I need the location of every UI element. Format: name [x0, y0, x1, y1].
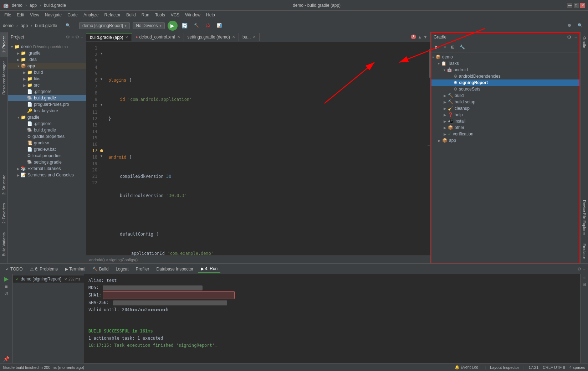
- tab-dcloud-control[interactable]: ● dcloud_control.xml ✕: [132, 33, 184, 41]
- bottom-tab-terminal[interactable]: ▶ Terminal: [62, 266, 88, 272]
- build-button[interactable]: 🔨: [191, 22, 201, 29]
- tab-close-icon[interactable]: ✕: [177, 35, 180, 39]
- run-task-close[interactable]: ✕: [64, 277, 67, 281]
- project-gear-icon[interactable]: ⚙: [75, 35, 79, 40]
- gradle-tree-install[interactable]: ▶ 📲 install: [431, 118, 580, 124]
- run-output[interactable]: Alias: test MD5: SHA1: SHA-256: Valid un…: [84, 274, 580, 363]
- error-nav-down[interactable]: ▼: [423, 35, 428, 40]
- tab-bu[interactable]: bu... ✕: [239, 33, 260, 41]
- close-button[interactable]: ✕: [580, 3, 585, 8]
- tab-build-gradle-app[interactable]: build.gradle (app) ✕: [86, 33, 132, 41]
- tree-root-demo[interactable]: ▾ 📁 demo D:\workspace\demo: [8, 43, 86, 50]
- tree-item-proguard[interactable]: ▶ 📄 proguard-rules.pro: [8, 101, 86, 108]
- run-config-dropdown[interactable]: demo [signingReport] ▾: [79, 22, 130, 29]
- gutter-fold-plugins[interactable]: ▾: [101, 51, 102, 58]
- tree-item-gradlew[interactable]: ▶ 📜 gradlew: [8, 140, 86, 146]
- menu-build[interactable]: Build: [123, 12, 139, 18]
- gradle-list-btn[interactable]: ≡: [442, 43, 448, 51]
- settings-btn[interactable]: ⚙: [565, 22, 574, 29]
- gradle-group-btn[interactable]: ⊞: [449, 43, 456, 51]
- tree-item-gradle-properties[interactable]: ▶ ⚙ gradle.properties: [8, 133, 86, 140]
- menu-refactor[interactable]: Refactor: [102, 12, 123, 18]
- run-right-btn-2[interactable]: ⊟: [583, 282, 586, 287]
- gutter-fold-defaultconfig[interactable]: ▾: [101, 103, 102, 109]
- gradle-tree-demo[interactable]: ▾ 📦 demo: [431, 54, 580, 60]
- sidebar-tab-resource-manager[interactable]: Resource Manager: [0, 57, 7, 99]
- tree-item-scratches[interactable]: ▶ 📝 Scratches and Consoles: [8, 172, 86, 178]
- sidebar-tab-favorites[interactable]: 2: Favorites: [0, 199, 7, 228]
- sidebar-tab-structure[interactable]: 2: Structure: [0, 170, 7, 199]
- tree-item-gradlew-bat[interactable]: ▶ 📄 gradlew.bat: [8, 146, 86, 153]
- tree-item-local-properties[interactable]: ▶ ⚙ local.properties: [8, 153, 86, 159]
- bottom-minimize-icon[interactable]: −: [583, 267, 585, 272]
- tree-item-app-buildgradle[interactable]: ▶ 🐘 build.gradle: [8, 95, 86, 101]
- code-editor[interactable]: plugins { id 'com.android.application' }…: [104, 42, 425, 256]
- gradle-tree-buildsetup[interactable]: ▶ 🔨 build setup: [431, 99, 580, 105]
- profile-btn[interactable]: 📊: [214, 22, 224, 29]
- menu-run[interactable]: Run: [139, 12, 152, 18]
- maximize-button[interactable]: □: [574, 3, 579, 8]
- bottom-tab-build[interactable]: 🔨 Build: [90, 266, 111, 272]
- tab-close-icon[interactable]: ✕: [253, 35, 256, 39]
- menu-window[interactable]: Window: [182, 12, 203, 18]
- gradle-tree-android[interactable]: ▾ 🤖 android: [431, 67, 580, 73]
- bottom-tab-run[interactable]: ▶ 4: Run: [198, 266, 221, 273]
- bottom-tab-logcat[interactable]: Logcat: [113, 266, 131, 272]
- tree-item-build[interactable]: ▶ 📁 build: [8, 69, 86, 76]
- run-stop-btn[interactable]: ■: [5, 284, 7, 289]
- menu-file[interactable]: File: [1, 12, 14, 18]
- menu-help[interactable]: Help: [203, 12, 218, 18]
- gradle-tree-other[interactable]: ▶ 📦 other: [431, 124, 580, 131]
- tree-item-app-gitignore[interactable]: ▶ 📄 .gitignore: [8, 88, 86, 95]
- gradle-tree-androiddep[interactable]: ▶ ⚙ androidDependencies: [431, 73, 580, 79]
- menu-edit[interactable]: Edit: [14, 12, 27, 18]
- tree-item-keystore[interactable]: ▶ 🔑 test.keystore: [8, 108, 86, 114]
- right-tab-emulator[interactable]: Emulator: [581, 239, 588, 263]
- sync-button[interactable]: 🔄: [179, 22, 190, 30]
- layout-inspector-link[interactable]: Layout Inspector: [490, 365, 519, 370]
- menu-view[interactable]: View: [27, 12, 42, 18]
- event-log-button[interactable]: 🔔 Event Log: [452, 365, 481, 370]
- tree-item-dotgradle[interactable]: ▶ 📁 .gradle: [8, 50, 86, 56]
- right-tab-device-explorer[interactable]: Device File Explorer: [581, 196, 588, 239]
- gradle-close-icon[interactable]: −: [574, 34, 577, 40]
- search-everywhere-btn[interactable]: 🔍: [63, 22, 73, 29]
- sidebar-tab-build-variants[interactable]: Build Variants: [0, 228, 7, 261]
- gradle-tree-signingreport[interactable]: ▶ ⚙ signingReport: [431, 79, 580, 86]
- tree-item-gradle-folder[interactable]: ▾ 📁 gradle: [8, 114, 86, 120]
- run-rerun-btn[interactable]: ↺: [4, 291, 9, 297]
- tree-item-root-gitignore[interactable]: ▶ 📄 .gitignore: [8, 120, 86, 127]
- gradle-tree-verification[interactable]: ▶ ✓ verification: [431, 131, 580, 137]
- project-settings-icon[interactable]: ⚙: [66, 35, 70, 40]
- tree-item-root-buildgradle[interactable]: ▶ 🐘 build.gradle: [8, 127, 86, 133]
- attach-debugger-btn[interactable]: 🐞: [203, 22, 213, 29]
- menu-navigate[interactable]: Navigate: [42, 12, 65, 18]
- gradle-tree-build[interactable]: ▶ 🔨 build: [431, 92, 580, 99]
- gradle-tree-app[interactable]: ▶ 📦 app: [431, 137, 580, 144]
- menu-vcs[interactable]: VCS: [168, 12, 183, 18]
- devices-dropdown[interactable]: No Devices ▾: [133, 22, 164, 29]
- tree-item-src[interactable]: ▶ 📁 src: [8, 82, 86, 88]
- gutter-fold-signing[interactable]: ▾: [101, 154, 102, 160]
- run-play-btn[interactable]: ▶: [4, 275, 9, 282]
- right-tab-gradle[interactable]: Gradle: [581, 32, 588, 52]
- bottom-tab-problems[interactable]: ⚠ 6: Problems: [27, 266, 61, 272]
- project-sort-icon[interactable]: ≡: [71, 35, 74, 40]
- gutter-fold-android[interactable]: ▾: [101, 77, 102, 83]
- sidebar-tab-project[interactable]: 1: Project: [0, 32, 7, 57]
- gradle-wrench-btn[interactable]: 🔧: [458, 43, 467, 51]
- tab-close-icon[interactable]: ✕: [232, 35, 235, 39]
- tree-item-external-libs[interactable]: ▶ 📚 External Libraries: [8, 165, 86, 172]
- tree-item-settings-gradle[interactable]: ▶ 🐘 settings.gradle: [8, 159, 86, 165]
- gradle-settings-icon[interactable]: ⚙: [567, 34, 572, 40]
- tree-item-app[interactable]: ▾ 📦 app: [8, 63, 86, 69]
- menu-code[interactable]: Code: [65, 12, 81, 18]
- bottom-settings-icon[interactable]: ⚙: [577, 267, 581, 272]
- bottom-tab-db-inspector[interactable]: Database Inspector: [153, 266, 196, 272]
- gradle-tree-cleanup[interactable]: ▶ 🧹 cleanup: [431, 105, 580, 112]
- bottom-tab-todo[interactable]: ✓ TODO: [3, 266, 26, 272]
- menu-tools[interactable]: Tools: [152, 12, 168, 18]
- minimize-button[interactable]: —: [567, 3, 572, 8]
- gradle-run-btn[interactable]: ▶: [434, 43, 440, 51]
- tab-close-icon[interactable]: ✕: [125, 35, 128, 39]
